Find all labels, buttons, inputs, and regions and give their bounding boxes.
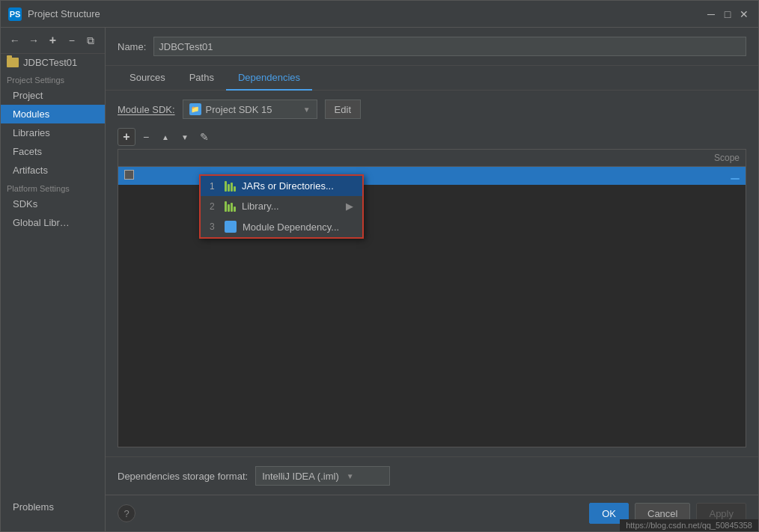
dropdown-item-library-label: Library... <box>242 201 279 212</box>
nav-forward-button[interactable]: → <box>25 32 41 49</box>
window-controls: ─ □ ✕ <box>704 7 751 21</box>
library-icon <box>225 201 236 212</box>
app-icon: PS <box>8 7 22 21</box>
col-scope-header: Scope <box>686 150 746 167</box>
dropdown-item-library[interactable]: 2 Library... ▶ <box>201 196 362 216</box>
storage-label: Dependencies storage format: <box>118 471 248 482</box>
name-label: Name: <box>118 41 146 52</box>
dropdown-item-module-dep-label: Module Dependency... <box>243 221 339 233</box>
platform-settings-label: Platform Settings <box>1 180 105 195</box>
tab-dependencies[interactable]: Dependencies <box>226 66 312 91</box>
sidebar-item-sdks[interactable]: SDKs <box>1 195 105 213</box>
minimize-button[interactable]: ─ <box>704 7 718 21</box>
sidebar-item-facets[interactable]: Facets <box>1 142 105 161</box>
dropdown-item-jars-label: JARs or Directories... <box>242 180 334 192</box>
sidebar-remove-button[interactable]: − <box>64 32 79 49</box>
maximize-button[interactable]: □ <box>721 7 734 21</box>
dialog-title: Project Structure <box>28 8 704 19</box>
module-item-jdbctest01[interactable]: JDBCTest01 <box>1 54 105 71</box>
tab-content-dependencies: Module SDK: 📁 Project SDK 15 ▼ Edit + − … <box>106 91 758 456</box>
project-structure-dialog: PS Project Structure ─ □ ✕ ← → + − ⧉ JDB… <box>0 0 759 532</box>
name-row: Name: <box>106 28 758 66</box>
sidebar-item-problems[interactable]: Problems <box>1 498 105 516</box>
module-item-label: JDBCTest01 <box>23 57 77 68</box>
storage-row: Dependencies storage format: IntelliJ ID… <box>106 456 758 495</box>
jar-bars-icon <box>225 181 236 192</box>
storage-dropdown-arrow-icon: ▼ <box>347 472 354 480</box>
sidebar-item-project[interactable]: Project <box>1 86 105 105</box>
sdk-dropdown[interactable]: 📁 Project SDK 15 ▼ <box>183 100 317 119</box>
sdk-row: Module SDK: 📁 Project SDK 15 ▼ Edit <box>118 100 746 119</box>
dep-edit-button[interactable]: ✎ <box>195 128 213 146</box>
module-dep-icon <box>225 221 237 233</box>
close-button[interactable]: ✕ <box>737 7 751 21</box>
submenu-arrow-icon: ▶ <box>346 201 353 212</box>
storage-value: IntelliJ IDEA (.iml) <box>262 471 339 482</box>
sdk-icon: 📁 <box>189 103 201 115</box>
sidebar-copy-button[interactable]: ⧉ <box>83 32 99 49</box>
dep-add-button[interactable]: + <box>118 128 135 146</box>
title-bar: PS Project Structure ─ □ ✕ <box>1 1 758 28</box>
sdk-label: Module SDK: <box>118 104 175 115</box>
name-input[interactable] <box>153 37 746 56</box>
dropdown-item-jars[interactable]: 1 JARs or Directories... <box>201 176 362 196</box>
scope-badge <box>731 178 740 180</box>
checkbox-icon <box>124 170 134 180</box>
dropdown-item-module-dep[interactable]: 3 Module Dependency... <box>201 216 362 237</box>
tabs-row: Sources Paths Dependencies <box>106 66 758 91</box>
sidebar-item-modules[interactable]: Modules <box>1 105 105 123</box>
dep-remove-button[interactable]: − <box>137 128 155 146</box>
sidebar-item-libraries[interactable]: Libraries <box>1 123 105 142</box>
project-settings-label: Project Settings <box>1 71 105 86</box>
add-dependency-dropdown: 1 JARs or Directories... 2 Library... ▶ … <box>199 174 364 239</box>
url-bar: https://blog.csdn.net/qq_50845358 <box>620 519 758 531</box>
col-name-header <box>118 150 686 167</box>
sidebar-toolbar: ← → + − ⧉ <box>1 28 105 54</box>
dep-up-button[interactable]: ▲ <box>156 128 174 146</box>
sidebar-item-global-libs[interactable]: Global Libr… <box>1 213 105 232</box>
help-button[interactable]: ? <box>118 504 135 522</box>
sidebar-add-button[interactable]: + <box>45 32 61 49</box>
right-panel: Name: Sources Paths Dependencies Mo <box>106 28 758 531</box>
sdk-value: Project SDK 15 <box>206 104 299 115</box>
sdk-dropdown-arrow-icon: ▼ <box>303 106 311 114</box>
dep-scope-cell <box>686 167 746 186</box>
folder-icon <box>7 58 19 67</box>
dep-toolbar: + − ▲ ▼ ✎ <box>118 128 746 146</box>
nav-back-button[interactable]: ← <box>7 32 22 49</box>
tab-sources[interactable]: Sources <box>118 66 177 91</box>
sidebar-item-artifacts[interactable]: Artifacts <box>1 161 105 180</box>
storage-dropdown[interactable]: IntelliJ IDEA (.iml) ▼ <box>255 466 390 486</box>
dep-down-button[interactable]: ▼ <box>176 128 194 146</box>
sidebar: ← → + − ⧉ JDBCTest01 Project Settings Pr… <box>1 28 106 531</box>
tab-paths[interactable]: Paths <box>177 66 226 91</box>
main-content: ← → + − ⧉ JDBCTest01 Project Settings Pr… <box>1 28 758 531</box>
sdk-edit-button[interactable]: Edit <box>325 100 361 119</box>
